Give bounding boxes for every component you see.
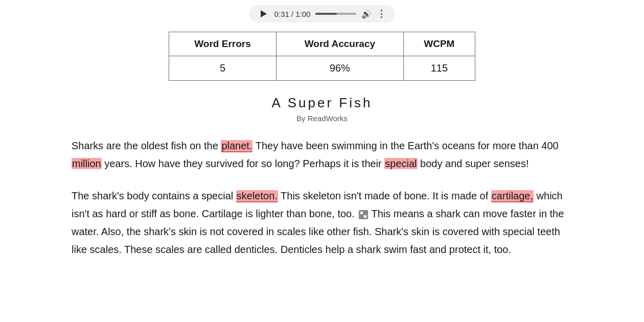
svg-rect-4: [364, 215, 366, 218]
progress-bar[interactable]: [315, 13, 356, 15]
time-total: 1:00: [295, 10, 310, 18]
time-current: 0:31: [274, 10, 289, 18]
col-word-accuracy: Word Accuracy: [277, 32, 404, 56]
more-options-icon[interactable]: ⋮: [377, 8, 386, 19]
progress-bar-fill: [315, 13, 337, 15]
volume-icon[interactable]: 🔊: [361, 9, 372, 19]
error-special: special: [384, 158, 417, 169]
svg-rect-0: [359, 210, 368, 219]
flag-icon: [358, 210, 369, 220]
svg-rect-2: [364, 212, 366, 214]
article-byline: By ReadWorks: [72, 114, 572, 123]
article-body: Sharks are the oldest fish on the planet…: [72, 137, 572, 259]
val-wcpm: 115: [403, 56, 475, 81]
error-planet: planet.: [221, 140, 252, 152]
audio-player-inner: 0:31 / 1:00 🔊 ⋮: [249, 5, 396, 22]
audio-player: 0:31 / 1:00 🔊 ⋮: [72, 5, 572, 22]
play-button[interactable]: [258, 8, 269, 19]
col-word-errors: Word Errors: [169, 32, 277, 56]
paragraph-1: Sharks are the oldest fish on the planet…: [72, 137, 572, 173]
svg-rect-1: [360, 212, 363, 214]
svg-rect-3: [360, 215, 363, 218]
val-word-errors: 5: [169, 56, 277, 81]
page-container: 0:31 / 1:00 🔊 ⋮ Word Errors Word Accurac…: [41, 0, 603, 293]
play-icon: [261, 10, 267, 17]
col-wcpm: WCPM: [403, 32, 475, 56]
stats-table: Word Errors Word Accuracy WCPM 5 96% 115: [169, 32, 475, 81]
paragraph-2: The shark's body contains a special skel…: [72, 187, 572, 259]
error-skeleton: skeleton.: [236, 190, 278, 202]
article-title: A Super Fish: [72, 95, 572, 111]
error-cartilage: cartilage,: [491, 190, 534, 202]
error-million: million: [72, 158, 102, 169]
audio-time: 0:31 / 1:00: [274, 10, 311, 18]
val-word-accuracy: 96%: [277, 56, 404, 81]
